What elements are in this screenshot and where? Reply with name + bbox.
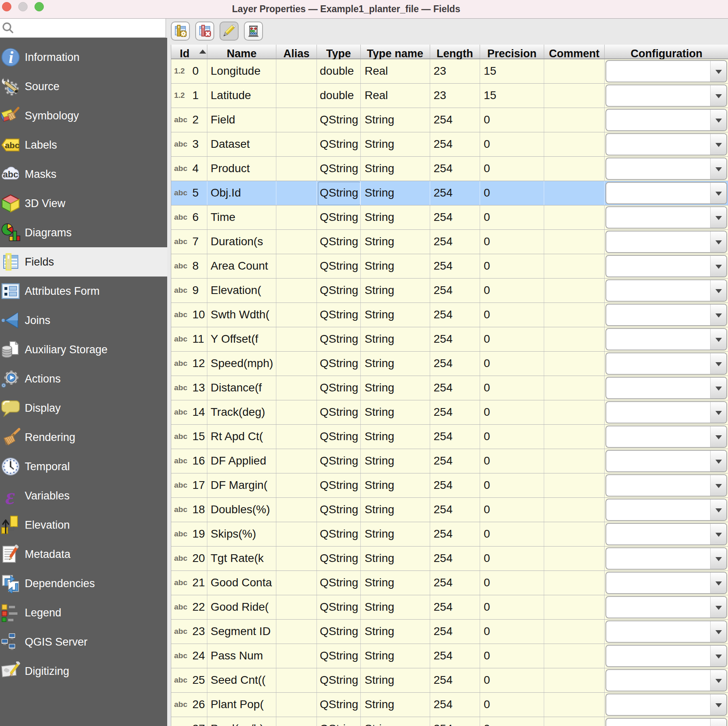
svg-text:ε: ε bbox=[5, 486, 15, 506]
svg-text:abc: abc bbox=[3, 169, 18, 179]
svg-text:i: i bbox=[9, 48, 13, 67]
svg-text:abc: abc bbox=[5, 140, 20, 150]
